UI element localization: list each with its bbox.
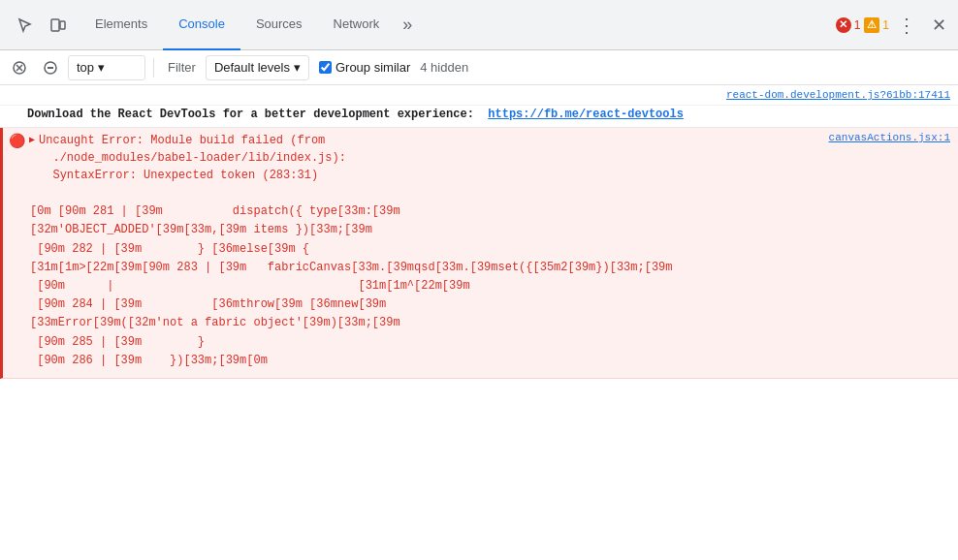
error-source-link[interactable]: canvasActions.jsx:1: [829, 132, 950, 143]
console-content: react-dom.development.js?61bb:17411 Down…: [0, 85, 958, 560]
group-similar-area: Group similar: [319, 60, 410, 75]
hidden-count: 4 hidden: [420, 60, 468, 75]
device-mode-button[interactable]: [45, 12, 72, 39]
svg-rect-0: [51, 19, 59, 31]
info-source-row: react-dom.development.js?61bb:17411: [0, 85, 958, 106]
error-body: [0m [90m 281 | [39m dispatch({ type[33m:…: [3, 184, 958, 378]
error-line3: SyntaxError: Unexpected token (283:31): [39, 169, 318, 182]
levels-chevron-icon: ▾: [294, 60, 301, 75]
inspect-icon-button[interactable]: [12, 12, 39, 39]
error-row-header: 🔴 ▶ Uncaught Error: Module build failed …: [3, 128, 958, 184]
devtools-tab-bar: Elements Console Sources Network » ✕ 1 ⚠…: [0, 0, 958, 50]
group-similar-label[interactable]: Group similar: [335, 60, 410, 75]
error-line1: Uncaught Error: Module build failed (fro…: [39, 134, 325, 147]
filter-label: Filter: [162, 60, 202, 75]
tab-icon-group: [4, 12, 80, 39]
warning-badge: ⚠ 1: [864, 17, 889, 33]
error-circle-icon: 🔴: [9, 133, 25, 149]
tab-more-button[interactable]: »: [395, 0, 420, 50]
close-devtools-button[interactable]: ✕: [924, 0, 954, 50]
badge-area: ✕ 1 ⚠ 1: [836, 17, 889, 33]
group-similar-checkbox[interactable]: [319, 61, 332, 74]
more-options-button[interactable]: ⋮: [889, 0, 924, 50]
error-badge-icon: ✕: [836, 17, 851, 33]
context-value: top: [77, 60, 94, 75]
error-line2: ./node_modules/babel-loader/lib/index.js…: [39, 151, 346, 165]
warning-badge-icon: ⚠: [864, 17, 879, 33]
levels-selector[interactable]: Default levels ▾: [206, 55, 309, 80]
toolbar-divider: [153, 58, 154, 78]
tab-elements[interactable]: Elements: [80, 0, 163, 50]
error-row: 🔴 ▶ Uncaught Error: Module build failed …: [0, 128, 958, 379]
stop-icon-button[interactable]: [37, 54, 64, 81]
error-message-text: Uncaught Error: Module build failed (fro…: [39, 132, 346, 184]
info-source-link[interactable]: react-dom.development.js?61bb:17411: [726, 89, 950, 101]
context-chevron-icon: ▾: [98, 60, 105, 75]
clear-console-button[interactable]: [6, 54, 33, 81]
react-devtools-link[interactable]: https://fb.me/react-devtools: [488, 108, 684, 121]
levels-value: Default levels: [214, 60, 290, 75]
tab-sources[interactable]: Sources: [240, 0, 318, 50]
console-toolbar: top ▾ Filter Default levels ▾ Group simi…: [0, 50, 958, 85]
svg-rect-1: [60, 21, 65, 29]
tab-console[interactable]: Console: [163, 0, 240, 50]
error-badge: ✕ 1: [836, 17, 861, 33]
tab-network[interactable]: Network: [318, 0, 396, 50]
context-selector[interactable]: top ▾: [68, 55, 145, 80]
info-message-row: Download the React DevTools for a better…: [0, 106, 958, 128]
info-message-text: Download the React DevTools for a better…: [27, 108, 474, 121]
error-expand-triangle[interactable]: ▶: [29, 134, 35, 145]
